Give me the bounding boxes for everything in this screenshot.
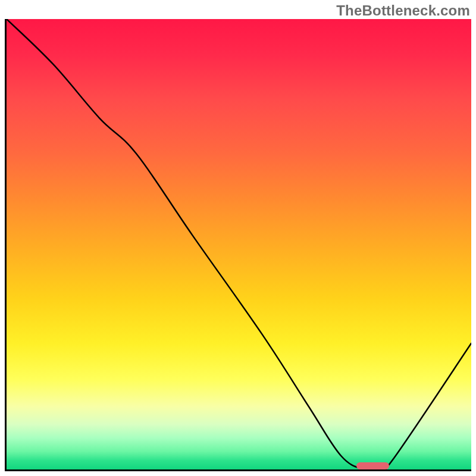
curve-path xyxy=(7,19,471,469)
bottleneck-curve xyxy=(7,19,471,469)
optimum-marker xyxy=(356,462,389,469)
plot-area xyxy=(5,19,471,471)
chart-frame: TheBottleneck.com xyxy=(0,0,476,476)
watermark-text: TheBottleneck.com xyxy=(336,2,470,19)
